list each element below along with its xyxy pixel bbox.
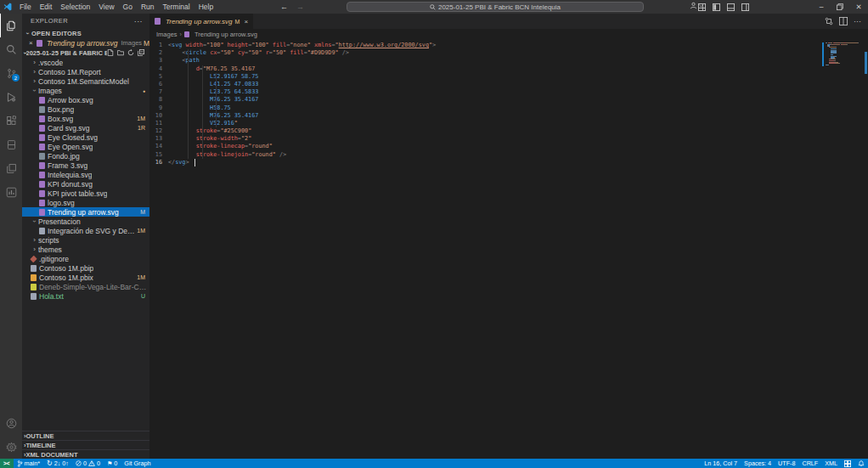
- minimap[interactable]: [826, 42, 860, 66]
- indentation-setting[interactable]: Spaces: 4: [741, 459, 775, 468]
- git-graph-button[interactable]: Git Graph: [121, 459, 154, 468]
- customize-layout-icon[interactable]: [698, 3, 706, 11]
- remote-indicator[interactable]: ><: [0, 459, 14, 468]
- tree-item-themes[interactable]: ›themes: [22, 245, 149, 254]
- doc-file-icon: [39, 228, 45, 234]
- menu-view[interactable]: View: [94, 3, 118, 11]
- copies-extension-icon[interactable]: [0, 156, 22, 180]
- cursor-position[interactable]: Ln 16, Col 7: [701, 459, 741, 468]
- breadcrumb-folder[interactable]: Images: [156, 31, 178, 38]
- tree-item-images[interactable]: ›Images●: [22, 86, 149, 95]
- toggle-panel-icon[interactable]: [727, 3, 735, 11]
- nav-back-button[interactable]: ←: [280, 3, 288, 11]
- toggle-sidebar-icon[interactable]: [713, 3, 720, 11]
- tree-item-frame-3-svg[interactable]: Frame 3.svg: [22, 161, 149, 170]
- open-changes-icon[interactable]: [825, 17, 833, 25]
- menu-edit[interactable]: Edit: [36, 3, 57, 11]
- file-label: logo.svg: [48, 199, 75, 207]
- git-status-badge: 1M: [137, 274, 149, 280]
- tree-item-eye-closed-svg[interactable]: Eye Closed.svg: [22, 133, 149, 142]
- workspace-root-header[interactable]: › 2025-01-25 PBI & FABRIC BCN INT...: [22, 48, 149, 58]
- problems-button[interactable]: 0 0: [72, 459, 104, 468]
- menu-go[interactable]: Go: [119, 3, 137, 11]
- new-folder-icon[interactable]: [117, 49, 124, 56]
- menu-terminal[interactable]: Terminal: [159, 3, 194, 11]
- tree-item-contoso-1m-report[interactable]: ›Contoso 1M.Report: [22, 67, 149, 76]
- tree-item-vscode[interactable]: ›.vscode: [22, 58, 149, 67]
- sync-changes-button[interactable]: ↻ 2↓ 0↑: [43, 459, 72, 468]
- section-xml-document[interactable]: ›XML DOCUMENT: [22, 449, 149, 459]
- code-editor[interactable]: 1<svg width="100" height="100" fill="non…: [149, 40, 868, 459]
- tree-item-eye-open-svg[interactable]: Eye Open.svg: [22, 142, 149, 151]
- tree-item-contoso-1m-pbix[interactable]: Contoso 1M.pbix1M: [22, 273, 149, 282]
- tree-item-kpi-donut-svg[interactable]: KPI donut.svg: [22, 179, 149, 189]
- line-number: 3: [149, 57, 168, 65]
- txt-file-icon: [31, 293, 37, 300]
- tree-item-hola-txt[interactable]: Hola.txtU: [22, 291, 149, 301]
- editor-more-actions-icon[interactable]: ···: [854, 17, 861, 25]
- layout-grid-icon[interactable]: [841, 459, 854, 468]
- menu-selection[interactable]: Selection: [56, 3, 94, 11]
- views-more-actions-icon[interactable]: ···: [134, 17, 143, 25]
- split-editor-icon[interactable]: [839, 17, 848, 25]
- tab-trending-up-arrow[interactable]: Trending up arrow.svg M ×: [149, 14, 253, 29]
- tree-item-scripts[interactable]: ›scripts: [22, 235, 149, 245]
- tree-item-integraci-n-de-svg-y-deneb-en-power[interactable]: Integración de SVG y Deneb en Power...1M: [22, 226, 149, 235]
- search-sidebar-icon[interactable]: [0, 37, 22, 61]
- menu-run[interactable]: Run: [137, 3, 159, 11]
- encoding-setting[interactable]: UTF-8: [775, 459, 798, 468]
- tree-item-contoso-1m-pbip[interactable]: Contoso 1M.pbip: [22, 263, 149, 273]
- tree-item-trending-up-arrow-svg[interactable]: Trending up arrow.svgM: [22, 207, 149, 217]
- tree-item-arrow-box-svg[interactable]: Arrow box.svg: [22, 95, 149, 104]
- chevron-icon: ›: [31, 68, 38, 76]
- tree-item-deneb-simple-vega-lite-bar-chart-example[interactable]: Deneb-Simple-Vega-Lite-Bar-Chart-Example…: [22, 282, 149, 291]
- doc-file-icon: [31, 265, 37, 272]
- notifications-bell-icon[interactable]: [854, 459, 868, 468]
- tree-item-fondo-jpg[interactable]: Fondo.jpg: [22, 151, 149, 161]
- close-editor-icon[interactable]: ×: [29, 39, 37, 47]
- tree-item-intelequia-svg[interactable]: Intelequia.svg: [22, 170, 149, 179]
- extension-counter[interactable]: ⚑ 0: [104, 459, 121, 468]
- restore-button[interactable]: [831, 0, 849, 14]
- menu-help[interactable]: Help: [194, 3, 217, 11]
- eol-setting[interactable]: CRLF: [798, 459, 821, 468]
- extensions-icon[interactable]: [0, 109, 22, 133]
- svg-file-icon: [39, 181, 45, 188]
- tree-item-box-svg[interactable]: Box.svg1M: [22, 114, 149, 123]
- collapse-all-icon[interactable]: [138, 49, 144, 56]
- git-branch-button[interactable]: main*: [14, 459, 43, 468]
- tree-item-presentacion[interactable]: ›Presentacion: [22, 217, 149, 226]
- toggle-secondary-sidebar-icon[interactable]: [741, 3, 749, 11]
- minimize-button[interactable]: –: [812, 0, 831, 14]
- close-window-button[interactable]: ✕: [849, 0, 868, 14]
- section-timeline[interactable]: ›TIMELINE: [22, 440, 149, 449]
- open-editors-header[interactable]: › OPEN EDITORS: [22, 28, 149, 38]
- tree-item-logo-svg[interactable]: logo.svg: [22, 198, 149, 207]
- new-file-icon[interactable]: [107, 49, 114, 56]
- tab-close-icon[interactable]: ×: [244, 18, 248, 25]
- menu-file[interactable]: File: [15, 3, 36, 11]
- run-debug-icon[interactable]: [0, 85, 22, 109]
- refresh-icon[interactable]: [127, 49, 134, 56]
- source-control-icon[interactable]: 2: [0, 61, 22, 85]
- file-label: Box.png: [48, 105, 74, 114]
- breadcrumb-file[interactable]: Trending up arrow.svg: [194, 31, 257, 38]
- command-center-search[interactable]: 2025-01-25 PBI & Fabric BCN Intelequia: [347, 2, 644, 12]
- nav-forward-button[interactable]: →: [296, 3, 304, 11]
- tree-item-kpi-pivot-table-svg[interactable]: KPI pivot table.svg: [22, 189, 149, 198]
- language-mode[interactable]: XML: [821, 459, 841, 468]
- chart-extension-icon[interactable]: [0, 180, 22, 204]
- explorer-icon[interactable]: [0, 14, 22, 37]
- tree-item-contoso-1m-semanticmodel[interactable]: ›Contoso 1M.SemanticModel: [22, 76, 149, 86]
- code-line-2: 2 <circle cx="50" cy="50" r="50" fill="#…: [149, 49, 868, 57]
- section-outline[interactable]: ›OUTLINE: [22, 431, 149, 440]
- tree-item-box-png[interactable]: Box.png: [22, 104, 149, 114]
- accounts-icon[interactable]: [0, 411, 22, 435]
- tree-item-gitignore[interactable]: .gitignore: [22, 254, 149, 263]
- open-editor-item[interactable]: × Trending up arrow.svg Images M: [22, 38, 149, 48]
- code-line-7: 7 L23.75 64.5833: [149, 88, 868, 96]
- tree-item-card-svg-svg[interactable]: Card svg.svg1R: [22, 123, 149, 133]
- settings-gear-icon[interactable]: [0, 435, 22, 459]
- code-line-8: 8 M76.25 35.4167: [149, 96, 868, 104]
- notebook-extension-icon[interactable]: [0, 133, 22, 156]
